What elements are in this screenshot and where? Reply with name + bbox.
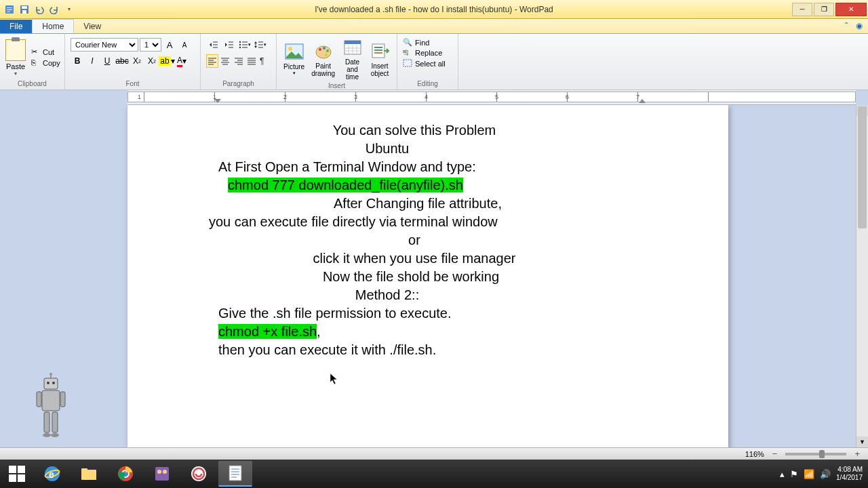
taskbar-app2[interactable] — [182, 461, 216, 487]
document-text[interactable]: You can solve this Problem Ubuntu At Fir… — [209, 121, 647, 359]
taskbar-wordpad[interactable] — [218, 461, 252, 487]
taskbar-app1[interactable] — [145, 461, 179, 487]
increase-indent-button[interactable] — [222, 38, 237, 52]
file-tab[interactable]: File — [0, 20, 32, 33]
replace-button[interactable]: abReplace — [403, 48, 452, 58]
ribbon: Paste ▾ ✂Cut ⎘Copy Clipboard Courier New… — [0, 34, 868, 90]
highlight-button[interactable]: ab▾ — [160, 54, 174, 68]
status-bar: 116% − + — [0, 447, 868, 460]
close-button[interactable]: ✕ — [835, 3, 867, 16]
cut-button[interactable]: ✂Cut — [31, 47, 60, 57]
italic-button[interactable]: I — [85, 54, 99, 68]
zoom-out-button[interactable]: − — [770, 449, 781, 459]
copy-label: Copy — [43, 59, 60, 67]
tray-flag-icon[interactable]: ⚑ — [790, 469, 798, 479]
paragraph-dialog-button[interactable]: ¶ — [258, 54, 271, 68]
wordpad-icon[interactable] — [3, 3, 16, 16]
home-tab[interactable]: Home — [32, 19, 74, 33]
zoom-level: 116% — [745, 450, 764, 458]
start-button[interactable] — [0, 460, 34, 488]
doc-line: , — [317, 324, 321, 339]
font-color-button[interactable]: A▾ — [175, 54, 189, 68]
replace-icon: ab — [403, 48, 412, 58]
vertical-scrollbar[interactable]: ▲ ▼ — [856, 105, 868, 447]
view-tab[interactable]: View — [74, 20, 111, 33]
tray-up-icon[interactable]: ▴ — [780, 469, 785, 479]
scroll-thumb[interactable] — [858, 106, 867, 228]
svg-rect-48 — [344, 41, 361, 44]
doc-line: then you can execute it with ./file.sh. — [218, 341, 647, 359]
font-label: Font — [69, 80, 196, 88]
paint-drawing-button[interactable]: Paint drawing — [309, 39, 338, 79]
justify-button[interactable] — [245, 54, 258, 68]
undo-icon[interactable] — [33, 3, 46, 16]
scroll-down-button[interactable]: ▼ — [856, 436, 868, 447]
collapse-ribbon-icon[interactable]: ⌃ — [844, 21, 849, 28]
align-left-button[interactable] — [206, 54, 218, 68]
svg-rect-55 — [374, 47, 382, 48]
paste-button[interactable]: Paste ▾ — [4, 38, 27, 78]
font-size-select[interactable]: 16 — [140, 38, 161, 52]
svg-rect-1 — [7, 7, 12, 8]
decrease-indent-button[interactable] — [206, 38, 221, 52]
ribbon-tabs: File Home View ⌃ ◉ — [0, 19, 868, 34]
taskbar-chrome[interactable] — [108, 461, 142, 487]
document-page[interactable]: You can solve this Problem Ubuntu At Fir… — [127, 105, 728, 447]
doc-line: or — [182, 231, 647, 249]
system-tray: ▴ ⚑ 📶 🔊 4:08 AM 1/4/2017 — [780, 466, 868, 482]
svg-point-41 — [288, 47, 292, 51]
tray-network-icon[interactable]: 📶 — [804, 469, 814, 479]
tray-time: 4:08 AM — [836, 466, 863, 474]
copy-button[interactable]: ⎘Copy — [31, 58, 60, 68]
taskbar-explorer[interactable] — [72, 461, 106, 487]
svg-text:ab: ab — [403, 49, 408, 54]
date-time-button[interactable]: Date and time — [339, 35, 366, 82]
picture-button[interactable]: Picture▾ — [281, 40, 307, 77]
shrink-font-button[interactable]: A — [178, 38, 191, 52]
strikethrough-button[interactable]: abc — [115, 54, 129, 68]
doc-line: Ubuntu — [127, 140, 647, 158]
zoom-in-button[interactable]: + — [852, 449, 863, 459]
clipboard-label: Clipboard — [4, 80, 60, 88]
find-button[interactable]: 🔍Find — [403, 38, 452, 47]
align-right-button[interactable] — [232, 54, 244, 68]
line-spacing-button[interactable]: ▾ — [253, 38, 268, 52]
left-indent-marker[interactable] — [214, 99, 220, 104]
subscript-button[interactable]: X2 — [130, 54, 144, 68]
svg-rect-5 — [22, 6, 27, 9]
align-center-button[interactable] — [219, 54, 231, 68]
taskbar-ie[interactable]: e — [35, 461, 69, 487]
select-all-button[interactable]: Select all — [403, 59, 452, 68]
minimize-button[interactable]: ─ — [792, 3, 812, 16]
qat-dropdown-icon[interactable]: ▾ — [62, 3, 76, 16]
ruler[interactable]: 1 1 2 3 4 5 6 7 — [127, 90, 856, 105]
underline-button[interactable]: U — [100, 54, 114, 68]
svg-rect-67 — [155, 467, 169, 481]
bullets-button[interactable]: ▾ — [237, 38, 252, 52]
zoom-slider-thumb[interactable] — [819, 450, 825, 458]
svg-rect-2 — [7, 9, 12, 10]
right-indent-marker[interactable] — [639, 99, 644, 104]
tray-clock[interactable]: 4:08 AM 1/4/2017 — [836, 466, 863, 482]
tray-volume-icon[interactable]: 🔊 — [820, 469, 831, 479]
taskbar: e ▴ ⚑ 📶 🔊 4:08 AM 1/4/2017 — [0, 460, 868, 488]
doc-highlight: chmod 777 downloaded_file(anyfile).sh — [228, 178, 463, 192]
bold-button[interactable]: B — [71, 54, 84, 68]
doc-line: Give the .sh file permission to execute. — [218, 304, 647, 323]
svg-point-68 — [157, 470, 161, 474]
grow-font-button[interactable]: A — [163, 38, 176, 52]
insert-group: Picture▾ Paint drawing Date and time Ins… — [277, 34, 397, 89]
insert-label: Insert — [281, 82, 393, 90]
redo-icon[interactable] — [47, 3, 61, 16]
save-icon[interactable] — [18, 3, 31, 16]
zoom-slider[interactable] — [785, 453, 846, 455]
insert-object-button[interactable]: Insert object — [367, 39, 393, 79]
maximize-button[interactable]: ❐ — [814, 3, 834, 16]
superscript-button[interactable]: X2 — [145, 54, 159, 68]
doc-highlight: chmod +x file.sh — [218, 324, 317, 339]
font-name-select[interactable]: Courier New — [71, 38, 138, 52]
svg-rect-6 — [22, 10, 26, 14]
quick-access-toolbar: ▾ — [0, 3, 76, 16]
paragraph-label: Paragraph — [205, 80, 272, 88]
help-icon[interactable]: ◉ — [856, 21, 863, 30]
